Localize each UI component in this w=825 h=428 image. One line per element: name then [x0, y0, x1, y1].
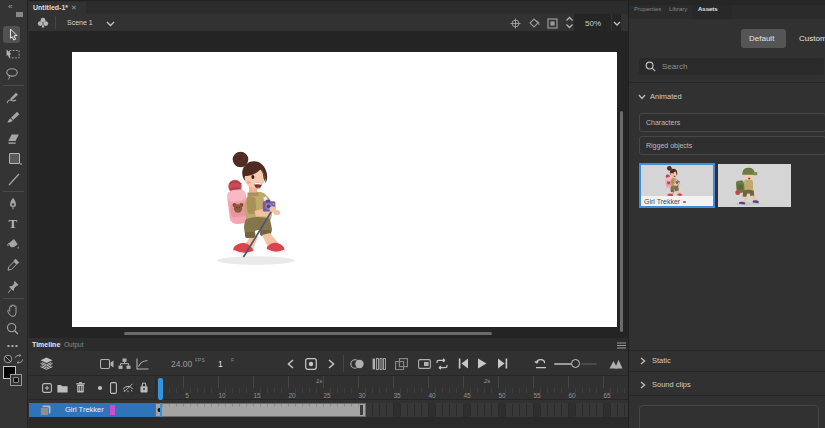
- svg-text:60: 60: [568, 392, 576, 399]
- svg-text:10: 10: [218, 392, 226, 399]
- svg-text:40: 40: [428, 392, 436, 399]
- svg-text:5: 5: [185, 392, 189, 399]
- svg-text:65: 65: [603, 392, 611, 399]
- svg-text:35: 35: [393, 392, 401, 399]
- svg-text:20: 20: [288, 392, 296, 399]
- svg-text:45: 45: [463, 392, 471, 399]
- svg-text:55: 55: [533, 392, 541, 399]
- svg-text:25: 25: [323, 392, 331, 399]
- svg-text:50: 50: [498, 392, 506, 399]
- svg-text:15: 15: [253, 392, 261, 399]
- svg-text:30: 30: [358, 392, 366, 399]
